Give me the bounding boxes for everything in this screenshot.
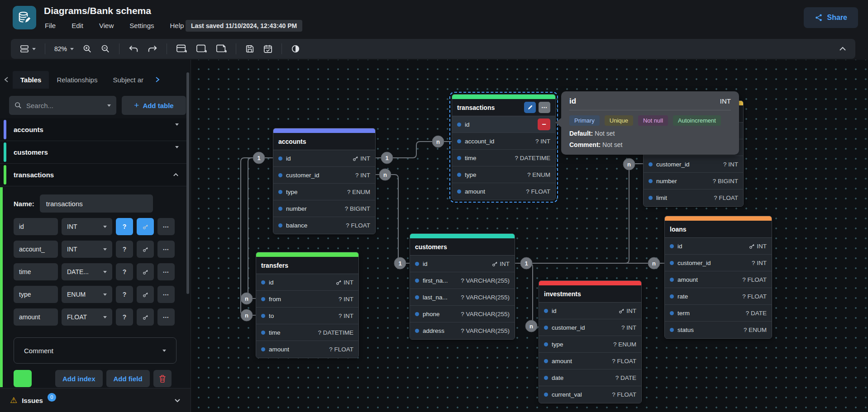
- diagram-table-transfers[interactable]: transfersidINTfrom? INTto? INTtime? DATE…: [256, 252, 359, 358]
- menu-edit[interactable]: Edit: [70, 20, 85, 31]
- table-field-row[interactable]: status? ENUM: [665, 322, 772, 338]
- table-more-options-button[interactable]: ⋯: [539, 102, 550, 113]
- edit-table-button[interactable]: [524, 102, 536, 113]
- table-field-row[interactable]: time? DATETIME: [256, 324, 358, 341]
- field-type-select[interactable]: DATE...: [62, 263, 112, 280]
- table-field-row[interactable]: customer_id? INT: [273, 167, 375, 184]
- table-field-row[interactable]: idINT: [410, 256, 515, 272]
- relationship-line[interactable]: [515, 263, 539, 327]
- tab-tables[interactable]: Tables: [13, 71, 49, 89]
- table-field-row[interactable]: last_na...? VARCHAR(255): [410, 289, 515, 306]
- collapse-toolbar-button[interactable]: [836, 45, 849, 53]
- table-field-row[interactable]: address? VARCHAR(255): [410, 322, 515, 339]
- field-type-select[interactable]: ENUM: [62, 286, 112, 303]
- table-field-row[interactable]: amount? FLOAT: [665, 271, 772, 288]
- diagram-table-transactions[interactable]: transactions⋯id−account_id? INTtime? DAT…: [452, 94, 556, 200]
- table-field-row[interactable]: customer_id? INT: [539, 319, 641, 336]
- table-field-row[interactable]: amount? FLOAT: [256, 341, 358, 358]
- field-more-options-button[interactable]: ⋯: [157, 218, 175, 235]
- table-field-row[interactable]: current_val? FLOAT: [539, 386, 641, 403]
- theme-toggle-button[interactable]: [288, 43, 303, 55]
- tabs-scroll-left-icon[interactable]: [0, 76, 13, 83]
- share-button[interactable]: Share: [804, 7, 858, 28]
- field-name-input[interactable]: account_: [14, 241, 58, 258]
- diagram-list-button[interactable]: [17, 43, 38, 55]
- relationship-line[interactable]: [376, 175, 410, 263]
- table-field-row[interactable]: idINT: [665, 238, 772, 255]
- menu-settings[interactable]: Settings: [128, 20, 156, 31]
- table-field-row[interactable]: id−: [452, 116, 555, 133]
- table-field-row[interactable]: to? INT: [256, 308, 358, 324]
- relationship-line[interactable]: [376, 142, 452, 158]
- table-field-row[interactable]: idINT: [273, 150, 375, 167]
- diagram-canvas[interactable]: accountsidINTcustomer_id? INTtype? ENUMn…: [191, 60, 868, 412]
- table-field-row[interactable]: idINT: [539, 303, 641, 319]
- table-field-row[interactable]: from? INT: [256, 291, 358, 308]
- field-name-input[interactable]: time: [14, 263, 58, 280]
- menu-help[interactable]: Help: [168, 20, 186, 31]
- primary-key-toggle[interactable]: [137, 241, 154, 258]
- table-title[interactable]: accounts: [273, 133, 375, 150]
- primary-key-toggle[interactable]: [137, 263, 154, 280]
- table-title[interactable]: transactions⋯: [452, 99, 555, 116]
- table-field-row[interactable]: balance? FLOAT: [273, 217, 375, 234]
- field-more-options-button[interactable]: ⋯: [157, 286, 175, 303]
- table-title[interactable]: customers: [410, 238, 515, 256]
- add-index-button[interactable]: Add index: [55, 370, 103, 387]
- table-field-row[interactable]: limit? FLOAT: [644, 189, 743, 206]
- table-field-row[interactable]: type? ENUM: [539, 336, 641, 353]
- tabs-scroll-right-icon[interactable]: [151, 76, 164, 83]
- table-field-row[interactable]: amount? FLOAT: [452, 183, 555, 200]
- table-color-swatch[interactable]: [14, 370, 32, 387]
- sidebar-table-accounts[interactable]: accounts: [0, 118, 187, 141]
- nullable-toggle[interactable]: ?: [116, 241, 133, 258]
- primary-key-toggle[interactable]: [137, 308, 154, 326]
- menu-view[interactable]: View: [97, 20, 115, 31]
- field-name-input[interactable]: type: [14, 286, 58, 303]
- table-field-row[interactable]: number? BIGINT: [273, 200, 375, 217]
- field-name-input[interactable]: amount: [14, 308, 58, 326]
- table-field-row[interactable]: customer_id? INT: [644, 156, 743, 173]
- table-field-row[interactable]: type? ENUM: [452, 166, 555, 183]
- add-note-button[interactable]: [213, 42, 229, 56]
- comment-collapse[interactable]: Comment: [14, 337, 176, 364]
- add-area-button[interactable]: [193, 42, 210, 56]
- sidebar-table-transactions[interactable]: transactions: [0, 164, 187, 186]
- table-title[interactable]: transfers: [256, 257, 358, 274]
- primary-key-toggle[interactable]: [137, 286, 154, 303]
- undo-button[interactable]: [126, 43, 141, 55]
- table-field-row[interactable]: phone? VARCHAR(255): [410, 306, 515, 322]
- menu-file[interactable]: File: [43, 20, 57, 31]
- nullable-toggle[interactable]: ?: [116, 263, 133, 280]
- table-field-row[interactable]: customer_id? INT: [665, 255, 772, 271]
- zoom-out-button[interactable]: [98, 43, 113, 55]
- todo-button[interactable]: [261, 43, 275, 55]
- nullable-toggle[interactable]: ?: [116, 218, 133, 235]
- tab-relationships[interactable]: Relationships: [49, 71, 105, 89]
- diagram-table-investments[interactable]: investmentsidINTcustomer_id? INTtype? EN…: [539, 280, 642, 403]
- table-field-row[interactable]: first_na...? VARCHAR(255): [410, 272, 515, 289]
- table-field-row[interactable]: amount? FLOAT: [539, 353, 641, 369]
- nullable-toggle[interactable]: ?: [116, 308, 133, 326]
- field-more-options-button[interactable]: ⋯: [157, 263, 175, 280]
- diagram-table-customers[interactable]: customersidINTfirst_na...? VARCHAR(255)l…: [410, 233, 515, 340]
- delete-table-button[interactable]: [153, 370, 172, 387]
- table-field-row[interactable]: account_id? INT: [452, 133, 555, 150]
- table-field-row[interactable]: date? DATE: [539, 369, 641, 386]
- chevron-down-icon[interactable]: [174, 396, 181, 404]
- add-table-button[interactable]: + Add table: [122, 96, 186, 115]
- field-type-select[interactable]: FLOAT: [62, 308, 112, 326]
- sidebar-scrollbar[interactable]: [186, 72, 189, 294]
- table-field-row[interactable]: type? ENUM: [273, 184, 375, 200]
- field-type-select[interactable]: INT: [62, 241, 112, 258]
- tab-subject-areas[interactable]: Subject ar: [105, 71, 151, 89]
- table-field-row[interactable]: number? BIGINT: [644, 173, 743, 189]
- diagram-table-loans[interactable]: loansidINTcustomer_id? INTamount? FLOATr…: [664, 216, 772, 339]
- table-field-row[interactable]: idINT: [256, 274, 358, 291]
- zoom-level-dropdown[interactable]: 82%: [52, 43, 76, 54]
- field-name-input[interactable]: id: [14, 218, 58, 235]
- sidebar-table-customers[interactable]: customers: [0, 141, 187, 164]
- zoom-in-button[interactable]: [80, 43, 95, 55]
- save-button[interactable]: [243, 43, 257, 55]
- add-table-button-toolbar[interactable]: [173, 42, 190, 56]
